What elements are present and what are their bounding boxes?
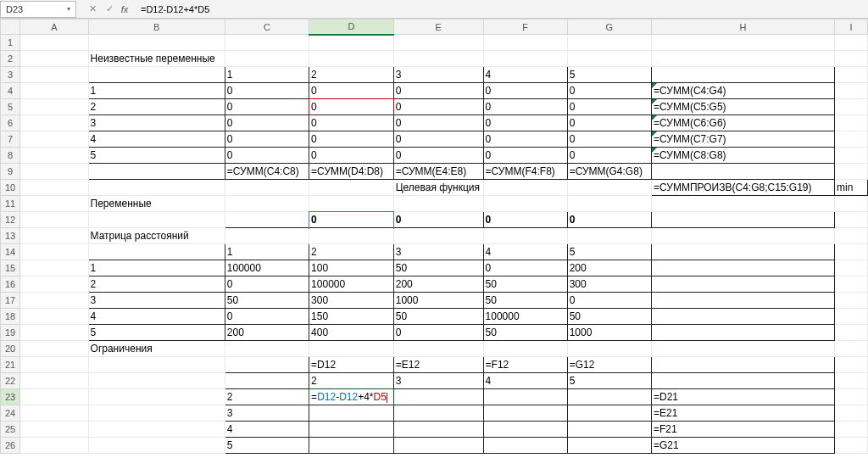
cell[interactable]: 0 xyxy=(393,83,483,99)
row-header[interactable]: 25 xyxy=(1,422,20,438)
cell[interactable]: =D12 xyxy=(309,357,394,373)
cell[interactable] xyxy=(835,196,868,212)
cell[interactable]: =СУММ(D4:D8) xyxy=(309,164,394,180)
cell[interactable]: 4 xyxy=(483,67,567,83)
cell[interactable] xyxy=(835,244,868,260)
cell[interactable] xyxy=(652,373,835,389)
cell[interactable] xyxy=(483,422,567,438)
cell[interactable] xyxy=(652,164,835,180)
cell[interactable] xyxy=(652,244,835,260)
cell[interactable]: =СУММПРОИЗВ(C4:G8;C15:G19) xyxy=(652,180,835,196)
cell[interactable] xyxy=(835,438,868,454)
row-header[interactable]: 2 xyxy=(1,51,20,67)
cell[interactable]: 1 xyxy=(88,260,225,276)
row-header[interactable]: 11 xyxy=(1,196,20,212)
col-header-C[interactable]: C xyxy=(225,20,309,35)
row-header[interactable]: 19 xyxy=(1,325,20,341)
cell[interactable]: =D21 xyxy=(652,389,835,405)
cell[interactable] xyxy=(393,196,483,212)
cell[interactable]: 3 xyxy=(88,293,225,309)
row-header[interactable]: 24 xyxy=(1,405,20,422)
cell[interactable] xyxy=(225,180,309,196)
cell[interactable] xyxy=(483,196,567,212)
cell[interactable] xyxy=(652,325,835,341)
cell[interactable] xyxy=(393,228,483,244)
cell[interactable]: 0 xyxy=(567,212,651,228)
cell[interactable] xyxy=(483,180,567,196)
cell[interactable] xyxy=(20,276,88,293)
cell[interactable]: 3 xyxy=(88,115,225,131)
cell[interactable]: 5 xyxy=(567,67,651,83)
cell[interactable]: 5 xyxy=(225,438,309,454)
cell[interactable] xyxy=(88,373,225,389)
cell[interactable]: 2 xyxy=(309,67,394,83)
cell[interactable] xyxy=(393,438,483,454)
cell[interactable] xyxy=(835,115,868,131)
cell[interactable] xyxy=(20,422,88,438)
cell[interactable] xyxy=(483,228,567,244)
cell[interactable]: 5 xyxy=(88,148,225,164)
cell[interactable] xyxy=(835,293,868,309)
cell[interactable] xyxy=(309,422,394,438)
row-header[interactable]: 15 xyxy=(1,260,20,276)
cell[interactable] xyxy=(88,244,225,260)
cell[interactable] xyxy=(835,67,868,83)
cell[interactable]: 50 xyxy=(393,309,483,325)
cell[interactable] xyxy=(567,438,651,454)
cell[interactable]: 2 xyxy=(88,276,225,293)
cell[interactable]: 3 xyxy=(393,244,483,260)
cell[interactable] xyxy=(20,357,88,373)
cell[interactable] xyxy=(835,35,868,51)
cell[interactable]: 0 xyxy=(483,99,567,115)
cell[interactable]: 0 xyxy=(483,212,567,228)
cell[interactable] xyxy=(652,293,835,309)
cell[interactable] xyxy=(88,164,225,180)
cell[interactable] xyxy=(835,325,868,341)
cell[interactable] xyxy=(88,212,225,228)
cancel-icon[interactable]: ✕ xyxy=(86,3,98,14)
cell[interactable] xyxy=(20,244,88,260)
cell[interactable] xyxy=(309,341,394,357)
cell[interactable] xyxy=(835,212,868,228)
cell[interactable]: =СУММ(F4:F8) xyxy=(483,164,567,180)
cell[interactable] xyxy=(652,212,835,228)
row-header[interactable]: 12 xyxy=(1,212,20,228)
row-header[interactable]: 10 xyxy=(1,180,20,196)
cell-label[interactable]: Целевая функция xyxy=(393,180,483,196)
cell[interactable]: 0 xyxy=(483,260,567,276)
cell[interactable] xyxy=(567,196,651,212)
cell[interactable] xyxy=(88,405,225,422)
cell[interactable] xyxy=(225,196,309,212)
cell[interactable] xyxy=(652,51,835,67)
cell[interactable]: 100000 xyxy=(309,276,394,293)
cell[interactable]: 4 xyxy=(88,131,225,148)
cell[interactable] xyxy=(652,228,835,244)
cell[interactable] xyxy=(483,438,567,454)
cell[interactable] xyxy=(88,67,225,83)
cell[interactable] xyxy=(20,115,88,131)
cell[interactable] xyxy=(309,35,394,51)
cell[interactable]: 0 xyxy=(483,83,567,99)
cell[interactable] xyxy=(20,99,88,115)
cell[interactable]: 3 xyxy=(393,67,483,83)
row-header[interactable]: 18 xyxy=(1,309,20,325)
cell[interactable]: 5 xyxy=(88,325,225,341)
cell[interactable] xyxy=(225,228,309,244)
name-box[interactable]: D23 ▾ xyxy=(0,1,76,18)
cell[interactable]: 100000 xyxy=(483,309,567,325)
cell[interactable] xyxy=(652,341,835,357)
cell[interactable] xyxy=(393,51,483,67)
cell[interactable] xyxy=(567,341,651,357)
cell[interactable]: 0 xyxy=(393,148,483,164)
cell[interactable]: 0 xyxy=(309,131,394,148)
cell[interactable]: 3 xyxy=(225,405,309,422)
cell[interactable]: 200 xyxy=(567,260,651,276)
cell[interactable] xyxy=(309,180,394,196)
row-header[interactable]: 22 xyxy=(1,373,20,389)
cell[interactable]: 1 xyxy=(225,244,309,260)
cell[interactable] xyxy=(567,35,651,51)
cell[interactable]: =СУММ(C5:G5) xyxy=(652,99,835,115)
cell[interactable]: min xyxy=(835,180,868,196)
cell[interactable]: 50 xyxy=(483,276,567,293)
cell[interactable] xyxy=(20,373,88,389)
